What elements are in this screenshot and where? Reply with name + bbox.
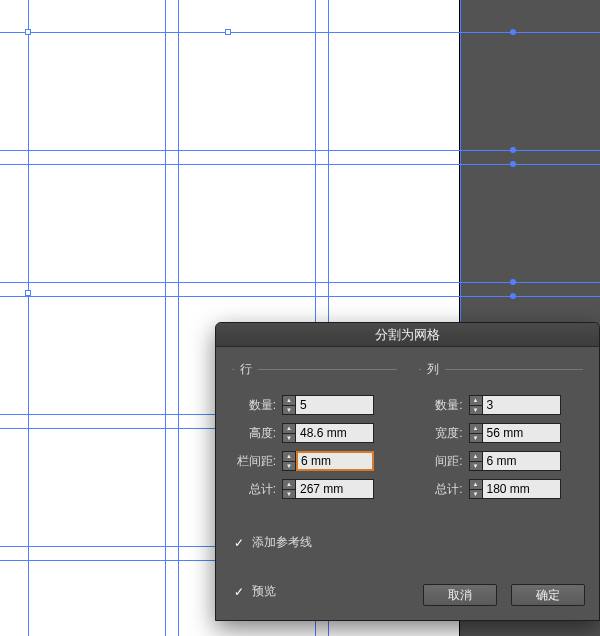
rows-number-input[interactable]: 5	[296, 395, 374, 415]
cols-number-stepper[interactable]: ▲ ▼	[469, 395, 483, 415]
stepper-down-icon[interactable]: ▼	[470, 406, 482, 415]
stepper-down-icon[interactable]: ▼	[470, 462, 482, 471]
cols-width-input[interactable]: 56 mm	[483, 423, 561, 443]
selection-handle[interactable]	[25, 290, 31, 296]
guide-endpoint[interactable]	[510, 279, 516, 285]
preview-checkbox[interactable]: ✓ 预览	[234, 583, 276, 600]
guide-horizontal[interactable]	[0, 414, 215, 415]
rows-group: 行 数量: ▲ ▼ 5 高度: ▲ ▼ 48.6 mm 栏间距:	[232, 361, 397, 512]
rows-gutter-label: 栏间距:	[234, 453, 282, 470]
stepper-up-icon[interactable]: ▲	[283, 396, 295, 406]
stepper-up-icon[interactable]: ▲	[470, 480, 482, 490]
rows-gutter-input[interactable]: 6 mm	[296, 451, 374, 471]
stepper-down-icon[interactable]: ▼	[470, 490, 482, 499]
stepper-up-icon[interactable]: ▲	[470, 452, 482, 462]
stepper-down-icon[interactable]: ▼	[470, 434, 482, 443]
guide-horizontal[interactable]	[0, 560, 215, 561]
rows-height-input[interactable]: 48.6 mm	[296, 423, 374, 443]
cols-legend: 列	[421, 361, 445, 378]
cols-total-label: 总计:	[421, 481, 469, 498]
rows-total-input[interactable]: 267 mm	[296, 479, 374, 499]
stepper-down-icon[interactable]: ▼	[283, 462, 295, 471]
cols-total-stepper[interactable]: ▲ ▼	[469, 479, 483, 499]
stepper-up-icon[interactable]: ▲	[283, 452, 295, 462]
guide-endpoint[interactable]	[510, 29, 516, 35]
guide-vertical[interactable]	[165, 0, 166, 636]
check-icon: ✓	[234, 585, 246, 599]
guide-endpoint[interactable]	[510, 147, 516, 153]
rows-height-stepper[interactable]: ▲ ▼	[282, 423, 296, 443]
guide-endpoint[interactable]	[510, 161, 516, 167]
cols-total-input[interactable]: 180 mm	[483, 479, 561, 499]
guide-endpoint[interactable]	[510, 293, 516, 299]
stepper-up-icon[interactable]: ▲	[470, 396, 482, 406]
guide-vertical[interactable]	[460, 0, 461, 322]
cols-width-label: 宽度:	[421, 425, 469, 442]
guide-horizontal[interactable]	[0, 546, 215, 547]
rows-gutter-stepper[interactable]: ▲ ▼	[282, 451, 296, 471]
ok-button[interactable]: 确定	[511, 584, 585, 606]
cols-gutter-input[interactable]: 6 mm	[483, 451, 561, 471]
rows-legend: 行	[234, 361, 258, 378]
rows-total-stepper[interactable]: ▲ ▼	[282, 479, 296, 499]
check-icon: ✓	[234, 536, 246, 550]
guide-vertical[interactable]	[178, 0, 179, 636]
rows-number-label: 数量:	[234, 397, 282, 414]
guide-horizontal[interactable]	[0, 428, 215, 429]
cols-width-stepper[interactable]: ▲ ▼	[469, 423, 483, 443]
rows-total-label: 总计:	[234, 481, 282, 498]
cols-number-label: 数量:	[421, 397, 469, 414]
stepper-up-icon[interactable]: ▲	[283, 480, 295, 490]
dialog-title[interactable]: 分割为网格	[216, 323, 599, 347]
guide-vertical[interactable]	[28, 0, 29, 636]
cancel-button[interactable]: 取消	[423, 584, 497, 606]
stepper-down-icon[interactable]: ▼	[283, 406, 295, 415]
stepper-up-icon[interactable]: ▲	[283, 424, 295, 434]
split-into-grid-dialog: 分割为网格 行 数量: ▲ ▼ 5 高度: ▲ ▼ 48.6 mm	[215, 322, 600, 621]
rows-number-stepper[interactable]: ▲ ▼	[282, 395, 296, 415]
preview-label: 预览	[252, 583, 276, 600]
cols-group: 列 数量: ▲ ▼ 3 宽度: ▲ ▼ 56 mm 间距:	[419, 361, 584, 512]
stepper-down-icon[interactable]: ▼	[283, 490, 295, 499]
cols-number-input[interactable]: 3	[483, 395, 561, 415]
stepper-up-icon[interactable]: ▲	[470, 424, 482, 434]
cols-gutter-label: 间距:	[421, 453, 469, 470]
add-guides-label: 添加参考线	[252, 534, 312, 551]
selection-handle[interactable]	[25, 29, 31, 35]
stepper-down-icon[interactable]: ▼	[283, 434, 295, 443]
cols-gutter-stepper[interactable]: ▲ ▼	[469, 451, 483, 471]
add-guides-checkbox[interactable]: ✓ 添加参考线	[234, 534, 581, 551]
rows-height-label: 高度:	[234, 425, 282, 442]
selection-handle[interactable]	[225, 29, 231, 35]
